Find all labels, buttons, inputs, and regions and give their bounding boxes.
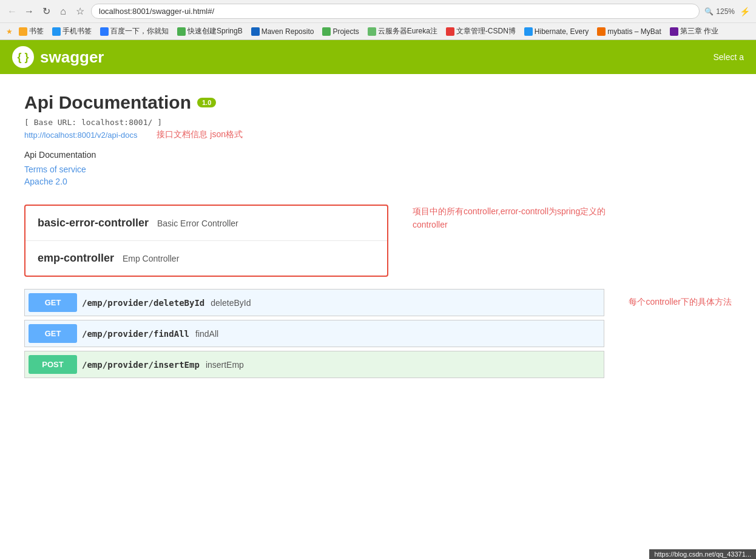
endpoint-row-insertemp[interactable]: POST /emp/provider/insertEmp insertEmp (24, 351, 604, 378)
controller-item-basic-error[interactable]: basic-error-controller Basic Error Contr… (25, 206, 387, 241)
controllers-list: basic-error-controller Basic Error Contr… (24, 205, 388, 277)
controller-name-emp: emp-controller (38, 252, 114, 264)
bookmark-projects[interactable]: Projects (320, 26, 361, 37)
annotation-controllers-text: 项目中的所有controller,error-controll为spring定义… (413, 205, 606, 232)
browser-chrome: ← → ↻ ⌂ ☆ localhost:8001/swagger-ui.html… (0, 0, 756, 40)
bookmark-chapter3[interactable]: 第三章 作业 (667, 25, 721, 38)
endpoint-path-deletebyid: /emp/provider/deleteById (82, 298, 204, 308)
browser-toolbar: ← → ↻ ⌂ ☆ localhost:8001/swagger-ui.html… (0, 0, 756, 22)
star-button[interactable]: ☆ (74, 5, 86, 18)
bookmark-baidu[interactable]: 百度一下，你就知 (98, 25, 171, 38)
select-spec-label[interactable]: Select a (713, 52, 744, 62)
api-docs-annotation: 接口文档信息 json格式 (157, 129, 243, 140)
home-button[interactable]: ⌂ (57, 5, 69, 18)
method-badge-get-2: GET (29, 324, 77, 343)
bookmark-hibernate[interactable]: Hibernate, Every (522, 26, 591, 37)
endpoint-row-deletebyid[interactable]: GET /emp/provider/deleteById deleteById (24, 289, 604, 316)
zoom-info: 🔍 125% (704, 7, 735, 16)
version-badge: 1.0 (197, 98, 216, 107)
annotation-methods-text: 每个controller下的具体方法 (629, 297, 732, 307)
controller-desc-emp: Emp Controller (123, 254, 179, 263)
controller-desc-basic-error: Basic Error Controller (157, 219, 238, 228)
api-description: Api Documentation (24, 150, 732, 160)
endpoint-summary-findall: findAll (195, 329, 218, 339)
bookmark-phone[interactable]: 手机书签 (50, 25, 94, 38)
bookmark-maven[interactable]: Maven Reposito (249, 26, 317, 37)
bookmark-shujian[interactable]: 书签 (16, 25, 46, 38)
bookmark-mybatis[interactable]: mybatis – MyBat (595, 26, 664, 37)
bookmarks-bar: ★ 书签 手机书签 百度一下，你就知 快速创建SpringB Maven Rep… (0, 22, 756, 39)
terms-of-service-link[interactable]: Terms of service (24, 164, 732, 174)
bookmark-eureka[interactable]: 云服务器Eureka注 (365, 25, 440, 38)
endpoints-section: GET /emp/provider/deleteById deleteById … (24, 289, 732, 382)
bookmark-csdn[interactable]: 文章管理-CSDN博 (444, 25, 518, 38)
back-button[interactable]: ← (6, 5, 18, 18)
forward-button[interactable]: → (23, 5, 35, 18)
license-link[interactable]: Apache 2.0 (24, 177, 732, 186)
zoom-icon: 🔍 (704, 7, 714, 16)
api-title-row: Api Documentation 1.0 (24, 92, 732, 113)
endpoint-row-findall[interactable]: GET /emp/provider/findAll findAll (24, 320, 604, 347)
base-url: [ Base URL: localhost:8001/ ] (24, 118, 732, 127)
endpoints-list: GET /emp/provider/deleteById deleteById … (24, 289, 604, 382)
method-badge-post: POST (29, 355, 77, 374)
reload-button[interactable]: ↻ (40, 5, 52, 18)
annotation-controllers: 项目中的所有controller,error-controll为spring定义… (413, 205, 606, 232)
address-bar[interactable]: localhost:8001/swagger-ui.html#/ (91, 4, 700, 19)
controller-item-emp[interactable]: emp-controller Emp Controller (25, 241, 387, 276)
bookmarks-star-icon: ★ (6, 27, 13, 36)
main-content: Api Documentation 1.0 [ Base URL: localh… (0, 74, 756, 400)
swagger-logo: { } swagger (12, 46, 104, 68)
swagger-header: { } swagger Select a (0, 40, 756, 74)
endpoint-summary-deletebyid: deleteById (211, 298, 251, 308)
controller-name-basic-error: basic-error-controller (38, 217, 149, 229)
annotation-methods-container: 每个controller下的具体方法 (629, 289, 732, 308)
lightning-icon: ⚡ (740, 7, 750, 16)
endpoint-path-findall: /emp/provider/findAll (82, 329, 189, 339)
address-text: localhost:8001/swagger-ui.html#/ (99, 7, 214, 16)
swagger-icon: { } (12, 46, 34, 68)
api-docs-link[interactable]: http://localhost:8001/v2/api-docs (24, 130, 137, 140)
zoom-level: 125% (716, 7, 735, 16)
api-title: Api Documentation (24, 92, 191, 113)
method-badge-get-1: GET (29, 293, 77, 312)
endpoint-summary-insertemp: insertEmp (206, 360, 244, 370)
controllers-section: basic-error-controller Basic Error Contr… (24, 205, 732, 277)
bookmark-spring[interactable]: 快速创建SpringB (175, 25, 245, 38)
endpoint-path-insertemp: /emp/provider/insertEmp (82, 360, 200, 370)
swagger-title: swagger (40, 48, 104, 67)
